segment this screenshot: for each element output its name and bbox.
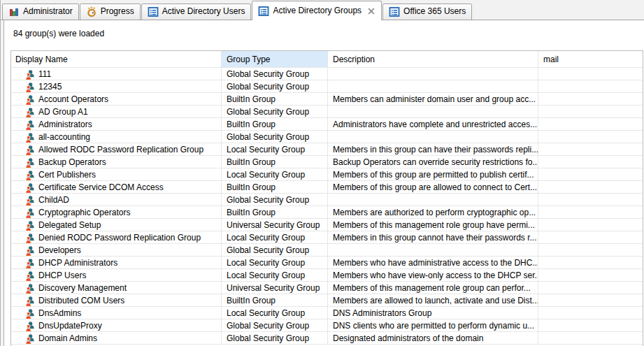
table-row[interactable]: Distributed COM Users BuiltIn Group Memb… [11,294,643,307]
table-row[interactable]: DHCP Users Local Security Group Members … [11,269,643,282]
cell-mail [538,307,643,319]
cell-mail [538,68,643,80]
display-name-text: DHCP Administrators [38,258,117,268]
cell-mail [538,332,643,344]
group-icon [24,157,35,168]
table-row[interactable]: Backup Operators BuiltIn Group Backup Op… [11,156,643,168]
display-name-text: all-accounting [38,132,90,142]
group-icon [24,82,35,93]
display-name-text: AD Group A1 [38,107,88,117]
table-row[interactable]: Allowed RODC Password Replication Group … [11,143,643,156]
cell-display-name: Delegated Setup [11,219,222,231]
table-row[interactable]: Delegated Setup Universal Security Group… [11,219,643,231]
cell-description: Administrators have complete and unrestr… [328,118,538,130]
cell-mail [538,118,643,130]
display-name-text: Denied RODC Password Replication Group [38,233,201,243]
cell-display-name: Certificate Service DCOM Access [11,181,222,193]
cell-display-name: Discovery Management [11,282,222,294]
cell-group-type: Local Security Group [222,257,328,268]
tab-label: Administrator [23,6,73,16]
cell-mail [538,131,643,143]
cell-group-type: Global Security Group [222,80,328,92]
cell-mail [538,231,643,243]
table-row[interactable]: 12345 Global Security Group [11,80,643,93]
cell-description: Members who have view-only access to the… [328,269,538,281]
group-icon [24,283,35,294]
table-row[interactable]: Denied RODC Password Replication Group L… [11,231,643,244]
display-name-text: Account Operators [38,94,108,104]
group-icon [24,220,35,231]
group-icon [24,333,35,345]
cell-group-type: Local Security Group [222,307,328,319]
display-name-text: DnsUpdateProxy [38,321,102,331]
table-row[interactable]: DHCP Administrators Local Security Group… [11,257,643,269]
display-name-text: Delegated Setup [38,220,101,230]
cell-description: Designated administrators of the domain [328,332,538,344]
cell-display-name: Cert Publishers [11,168,222,180]
cell-mail [538,319,643,331]
cell-description [328,194,538,206]
list-view-icon [389,6,400,17]
display-name-text: ChildAD [38,195,69,205]
display-name-text: DHCP Users [38,271,86,280]
table-row[interactable]: Domain Admins Global Security Group Desi… [11,332,643,345]
table-row[interactable]: 111 Global Security Group [11,68,643,80]
close-icon[interactable] [367,7,375,15]
list-view-icon [148,6,159,17]
group-icon [24,170,35,181]
cell-mail [538,269,643,281]
table-row[interactable]: Cryptographic Operators BuiltIn Group Me… [11,206,643,219]
table-row[interactable]: Certificate Service DCOM Access BuiltIn … [11,181,643,194]
cell-description: Members in this group can have their pas… [328,143,538,155]
group-icon [24,321,35,332]
table-row[interactable]: AD Group A1 Global Security Group [11,106,643,118]
tab-progress[interactable]: Progress [80,3,141,20]
table-row[interactable]: ChildAD Global Security Group [11,194,643,206]
cell-mail [538,219,643,231]
cell-display-name: DHCP Users [11,269,222,281]
column-header-description[interactable]: Description [328,51,538,67]
cell-display-name: Allowed RODC Password Replication Group [11,143,222,155]
tab-administrator[interactable]: Administrator [2,3,79,20]
cell-description: Members in this group cannot have their … [328,231,538,243]
table-row[interactable]: DnsUpdateProxy Global Security Group DNS… [11,319,643,332]
tab-office-365-users[interactable]: Office 365 Users [382,3,472,20]
table-row[interactable]: Administrators BuiltIn Group Administrat… [11,118,643,131]
cell-group-type: Global Security Group [222,319,328,331]
table-row[interactable]: Cert Publishers Local Security Group Mem… [11,168,643,181]
table-row[interactable]: Account Operators BuiltIn Group Members … [11,93,643,106]
tab-active-directory-users[interactable]: Active Directory Users [141,3,252,20]
cell-mail [538,194,643,206]
cell-description: DNS Administrators Group [328,307,538,319]
column-header-group-type[interactable]: Group Type [222,51,328,67]
table-row[interactable]: all-accounting Global Security Group [11,131,643,143]
column-header-mail[interactable]: mail [538,51,643,67]
cell-description [328,68,538,80]
cell-mail [538,168,643,180]
cell-display-name: Denied RODC Password Replication Group [11,231,222,243]
tab-active-directory-groups[interactable]: Active Directory Groups [252,1,382,20]
cell-description: Members are allowed to launch, activate … [328,294,538,306]
cell-display-name: AD Group A1 [11,106,222,117]
cell-group-type: Global Security Group [222,131,328,143]
list-view-icon [258,6,269,17]
table-row[interactable]: Developers Global Security Group [11,244,643,257]
cell-group-type: BuiltIn Group [222,93,328,105]
cell-group-type: BuiltIn Group [222,294,328,306]
app-window: Administrator Progress Ac [0,0,644,346]
table-body: 111 Global Security Group 12345 Global S… [11,68,643,345]
display-name-text: Backup Operators [38,157,106,167]
cell-display-name: DHCP Administrators [11,257,222,268]
cell-group-type: Local Security Group [222,231,328,243]
column-header-display-name[interactable]: Display Name [11,51,222,67]
group-icon [24,69,35,80]
table-row[interactable]: DnsAdmins Local Security Group DNS Admin… [11,307,643,319]
cell-mail [538,156,643,168]
status-message: 84 group(s) were loaded [13,29,104,38]
view-content: 84 group(s) were loaded Display Name Gro… [3,20,644,346]
cell-group-type: BuiltIn Group [222,206,328,218]
display-name-text: Administrators [38,120,92,129]
cell-mail [538,80,643,92]
table-row[interactable]: Discovery Management Universal Security … [11,282,643,294]
display-name-text: Developers [38,245,81,255]
